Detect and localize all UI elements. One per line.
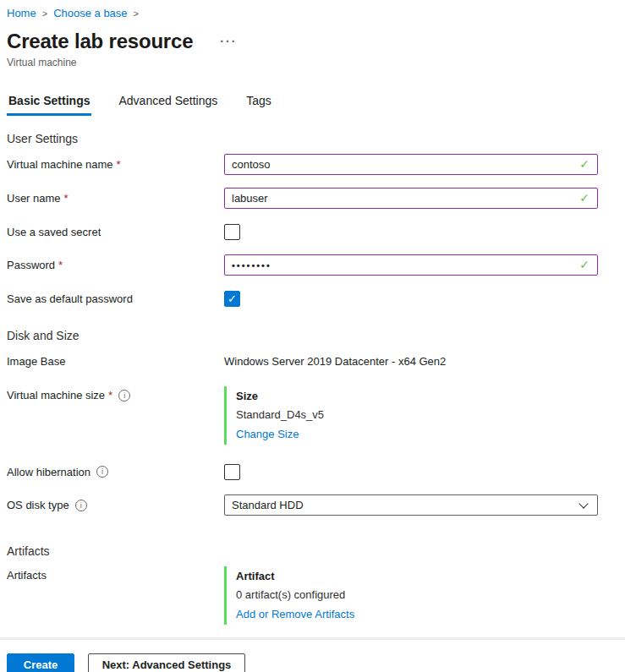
vm-name-label-text: Virtual machine name: [7, 158, 113, 171]
password-row: Password *: [7, 254, 618, 276]
os-disk-type-selected-value: Standard HDD: [232, 499, 304, 511]
os-disk-type-label-text: OS disk type: [7, 499, 69, 511]
more-options-icon[interactable]: ···: [220, 37, 237, 46]
info-icon[interactable]: i: [75, 500, 87, 511]
save-default-password-row: Save as default password: [7, 288, 618, 309]
artifacts-label-text: Artifacts: [7, 569, 47, 582]
image-base-value: Windows Server 2019 Datacenter - x64 Gen…: [224, 355, 446, 368]
artifacts-label: Artifacts: [7, 566, 224, 582]
section-heading-disk-and-size: Disk and Size: [7, 329, 618, 342]
vm-size-panel: Size Standard_D4s_v5 Change Size: [224, 386, 324, 445]
breadcrumb-separator-icon: >: [42, 8, 47, 19]
hibernation-label: Allow hibernation i: [7, 466, 224, 478]
required-marker: *: [58, 259, 63, 271]
footer-divider: [0, 637, 625, 640]
image-base-label-text: Image Base: [7, 355, 65, 368]
saved-secret-row: Use a saved secret: [7, 221, 618, 242]
vm-size-label-text: Virtual machine size: [7, 389, 105, 402]
save-default-password-label: Save as default password: [7, 292, 224, 305]
add-or-remove-artifacts-link[interactable]: Add or Remove Artifacts: [236, 608, 354, 620]
image-base-label: Image Base: [7, 355, 224, 368]
user-name-label-text: User name: [7, 192, 61, 205]
os-disk-type-label: OS disk type i: [7, 499, 224, 511]
saved-secret-label-text: Use a saved secret: [7, 226, 101, 238]
required-marker: *: [108, 389, 112, 402]
create-button[interactable]: Create: [7, 653, 74, 672]
vm-name-row: Virtual machine name *: [7, 154, 618, 175]
section-heading-artifacts: Artifacts: [7, 544, 618, 558]
change-size-link[interactable]: Change Size: [236, 428, 299, 440]
os-disk-type-row: OS disk type i Standard HDD: [7, 494, 618, 516]
user-name-row: User name *: [7, 188, 618, 209]
hibernation-checkbox[interactable]: [224, 464, 240, 480]
image-base-row: Image Base Windows Server 2019 Datacente…: [7, 351, 618, 371]
user-name-input[interactable]: [224, 188, 598, 209]
hibernation-row: Allow hibernation i: [7, 462, 618, 482]
breadcrumb: Home > Choose a base >: [7, 5, 618, 19]
vm-size-row: Virtual machine size * i Size Standard_D…: [7, 386, 618, 445]
tab-tags[interactable]: Tags: [244, 94, 273, 116]
required-marker: *: [117, 158, 121, 171]
required-marker: *: [64, 192, 69, 205]
save-default-password-label-text: Save as default password: [7, 292, 133, 305]
tab-advanced-settings[interactable]: Advanced Settings: [117, 94, 219, 116]
vm-name-input[interactable]: [224, 154, 598, 175]
hibernation-label-text: Allow hibernation: [7, 466, 90, 478]
password-label-text: Password: [7, 259, 55, 271]
vm-size-value: Standard_D4s_v5: [236, 406, 324, 424]
artifacts-panel: Artifact 0 artifact(s) configured Add or…: [224, 566, 354, 625]
section-heading-user-settings: User Settings: [7, 132, 618, 145]
settings-tabs: Basic Settings Advanced Settings Tags: [7, 94, 618, 117]
footer-actions: Create Next: Advanced Settings: [7, 653, 618, 672]
create-lab-resource-page: Home > Choose a base > Create lab resour…: [0, 0, 625, 672]
artifacts-configured-count: 0 artifact(s) configured: [236, 586, 354, 604]
breadcrumb-separator-icon: >: [134, 8, 139, 19]
tab-basic-settings[interactable]: Basic Settings: [7, 94, 91, 116]
info-icon[interactable]: i: [118, 390, 130, 402]
user-name-label: User name *: [7, 192, 224, 205]
password-label: Password *: [7, 259, 224, 271]
vm-name-label: Virtual machine name *: [7, 158, 224, 171]
artifacts-row: Artifacts Artifact 0 artifact(s) configu…: [7, 566, 618, 625]
page-title: Create lab resource: [7, 30, 193, 53]
saved-secret-label: Use a saved secret: [7, 226, 224, 238]
artifacts-panel-heading: Artifact: [236, 567, 354, 586]
breadcrumb-home-link[interactable]: Home: [7, 7, 36, 19]
save-default-password-checkbox[interactable]: [224, 291, 240, 307]
page-subtitle: Virtual machine: [7, 57, 618, 68]
next-advanced-settings-button[interactable]: Next: Advanced Settings: [88, 653, 245, 672]
breadcrumb-choose-a-base-link[interactable]: Choose a base: [53, 7, 127, 19]
vm-size-label: Virtual machine size * i: [7, 386, 224, 402]
os-disk-type-dropdown[interactable]: Standard HDD: [224, 494, 598, 516]
saved-secret-checkbox[interactable]: [224, 224, 240, 240]
password-input[interactable]: [224, 254, 598, 276]
vm-size-panel-heading: Size: [236, 387, 324, 406]
info-icon[interactable]: i: [96, 466, 108, 478]
chevron-down-icon: [578, 499, 588, 508]
